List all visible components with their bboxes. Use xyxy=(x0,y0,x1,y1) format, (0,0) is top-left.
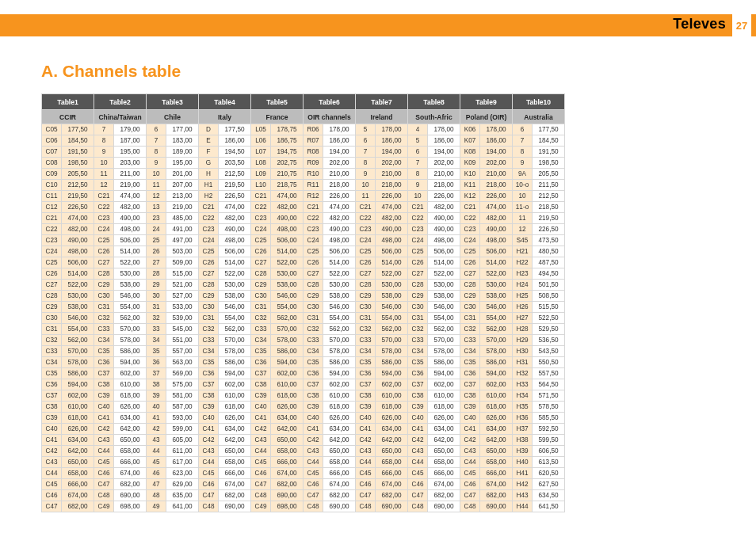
table-cell: 539,00 xyxy=(166,313,199,324)
table-cell: 594,00 xyxy=(271,357,304,368)
table-cell: C37 xyxy=(408,379,428,390)
table-row: C47682,00C49698,0049641,00C48690,00C4969… xyxy=(42,501,565,512)
table-cell: 642,00 xyxy=(323,435,356,446)
table-cell: C26 xyxy=(460,257,480,268)
table-cell: C37 xyxy=(199,379,219,390)
table-cell: C38 xyxy=(94,379,114,390)
table-cell: C24 xyxy=(199,235,219,246)
table-cell: C37 xyxy=(251,368,271,379)
table-cell: H33 xyxy=(513,379,533,390)
table-cell: C38 xyxy=(356,390,376,402)
table-cell: 194,75 xyxy=(271,147,304,158)
table-row: C31554,00C33570,0033545,00C32562,00C3357… xyxy=(42,324,565,335)
table-cell: C31 xyxy=(251,302,271,313)
table-cell: C25 xyxy=(304,246,323,257)
table-cell: 634,00 xyxy=(376,424,408,435)
table-cell: C28 xyxy=(199,280,219,291)
table-cell: S45 xyxy=(513,235,533,246)
table-cell: 538,00 xyxy=(480,291,513,302)
table-cell: C45 xyxy=(304,468,323,479)
table-cell: C46 xyxy=(42,490,62,501)
table-cell: C25 xyxy=(199,246,219,257)
table-cell: 45 xyxy=(147,457,166,468)
table-cell: C40 xyxy=(42,424,62,435)
table-cell: C48 xyxy=(94,490,114,501)
table-cell: 226,00 xyxy=(323,191,356,202)
page-title: A. Channels table xyxy=(41,62,181,81)
table-cell: 27 xyxy=(147,257,166,268)
table-cell: C35 xyxy=(251,346,271,357)
table-cell: 682,00 xyxy=(428,490,460,501)
table-cell: 569,00 xyxy=(166,368,199,379)
table-cell: 34 xyxy=(147,335,166,346)
table-cell: 5 xyxy=(408,135,428,147)
table-cell: 5 xyxy=(356,124,376,135)
table-cell: 498,00 xyxy=(219,235,251,246)
table-cell: G xyxy=(199,158,219,169)
table-cell: 4 xyxy=(408,124,428,135)
table-cell: C25 xyxy=(42,257,62,268)
table-cell: C47 xyxy=(42,501,62,512)
table-cell: 698,00 xyxy=(114,501,147,512)
table-cell: 650,00 xyxy=(62,457,94,468)
table-group-header: Table9 xyxy=(460,94,513,110)
table-cell: 618,00 xyxy=(323,402,356,413)
table-cell: 482,00 xyxy=(323,213,356,224)
table-cell: 501,50 xyxy=(533,280,565,291)
table-cell: 29 xyxy=(147,280,166,291)
table-cell: 28 xyxy=(147,268,166,280)
table-cell: 613,50 xyxy=(533,457,565,468)
table-sub-header: Poland (OIR) xyxy=(460,110,513,124)
table-cell: 522,00 xyxy=(219,268,251,280)
table-cell: 642,00 xyxy=(480,435,513,446)
table-cell: K11 xyxy=(460,180,480,191)
table-row: C24498,00C26514,0026503,00C25506,00C2651… xyxy=(42,246,565,257)
table-cell: C11 xyxy=(42,191,62,202)
table-cell: C41 xyxy=(304,424,323,435)
table-cell: C43 xyxy=(460,446,480,457)
table-cell: C28 xyxy=(356,280,376,291)
table-sub-header: Chile xyxy=(147,110,199,124)
table-cell: 178,00 xyxy=(428,124,460,135)
table-cell: C26 xyxy=(251,246,271,257)
table-cell: C22 xyxy=(94,202,114,213)
table-cell: 25 xyxy=(147,235,166,246)
table-cell: 12 xyxy=(94,180,114,191)
table-cell: 610,00 xyxy=(428,390,460,402)
table-cell: 506,00 xyxy=(114,235,147,246)
table-cell: C27 xyxy=(408,268,428,280)
table-cell: 194,00 xyxy=(428,147,460,158)
table-cell: C25 xyxy=(356,246,376,257)
table-cell: 10 xyxy=(513,191,533,202)
table-cell: C44 xyxy=(304,457,323,468)
table-cell: 571,50 xyxy=(533,390,565,402)
table-sub-header: Italy xyxy=(199,110,251,124)
table-cell: 506,00 xyxy=(480,246,513,257)
table-cell: 563,00 xyxy=(166,357,199,368)
table-sub-header: China/Taiwan xyxy=(94,110,147,124)
table-cell: 482,00 xyxy=(271,202,304,213)
table-cell: 533,00 xyxy=(166,302,199,313)
table-cell: C21 xyxy=(460,202,480,213)
table-cell: 31 xyxy=(147,302,166,313)
table-cell: 9 xyxy=(356,169,376,180)
table-cell: C29 xyxy=(356,291,376,302)
table-cell: R06 xyxy=(304,124,323,135)
table-cell: 9 xyxy=(94,147,114,158)
table-cell: C26 xyxy=(356,257,376,268)
table-cell: 538,00 xyxy=(271,280,304,291)
table-cell: 11 xyxy=(356,191,376,202)
table-cell: C42 xyxy=(199,435,219,446)
table-sub-header: France xyxy=(251,110,304,124)
table-cell: C35 xyxy=(42,368,62,379)
table-cell: 629,00 xyxy=(166,479,199,490)
table-cell: 641,00 xyxy=(166,501,199,512)
table-cell: C46 xyxy=(460,479,480,490)
table-cell: 594,00 xyxy=(219,368,251,379)
table-cell: 650,00 xyxy=(376,446,408,457)
table-row: C41634,00C43650,0043605,00C42642,00C4365… xyxy=(42,435,565,446)
table-cell: 642,00 xyxy=(271,424,304,435)
table-cell: 570,00 xyxy=(323,335,356,346)
table-cell: 642,00 xyxy=(428,435,460,446)
table-cell: 557,00 xyxy=(166,346,199,357)
